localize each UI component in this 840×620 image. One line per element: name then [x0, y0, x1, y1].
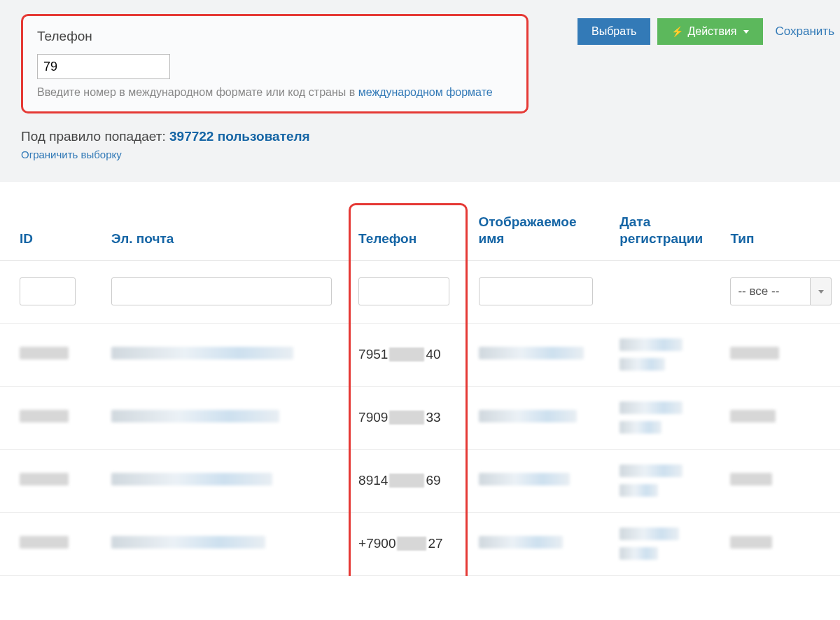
phone-filter-label: Телефон: [37, 29, 512, 44]
blurred-segment: [389, 474, 424, 488]
table-row: 7951 40: [0, 323, 840, 386]
phone-prefix: 8914: [358, 473, 388, 488]
blurred-cell: [479, 347, 584, 359]
blurred-cell: [620, 528, 704, 560]
actions-dropdown-button[interactable]: ⚡ Действия: [657, 18, 762, 45]
phone-cell: 7951 40: [358, 347, 451, 362]
phone-cell: 7909 33: [358, 410, 451, 425]
chevron-down-icon: [818, 290, 824, 294]
blurred-cell: [111, 536, 265, 549]
select-button[interactable]: Выбрать: [578, 18, 650, 45]
blurred-segment: [389, 411, 424, 425]
blurred-cell: [20, 347, 69, 359]
phone-cell: 8914 69: [358, 473, 451, 488]
filter-email-input[interactable]: [111, 277, 332, 305]
filter-type-select[interactable]: -- все --: [730, 277, 832, 305]
filter-id-input[interactable]: [20, 277, 76, 305]
phone-filter-hint: Введите номер в международном формате ил…: [37, 86, 512, 99]
filter-type-toggle[interactable]: [811, 277, 832, 305]
blurred-cell: [730, 347, 779, 359]
limit-selection-link[interactable]: Ограничить выборку: [21, 149, 122, 160]
rule-match-summary: Под правило попадает: 397722 пользовател…: [21, 129, 819, 144]
phone-prefix: 7951: [358, 347, 388, 362]
actions-label: Действия: [687, 25, 736, 38]
th-phone[interactable]: Телефон: [339, 196, 458, 260]
blurred-cell: [730, 473, 772, 485]
phone-cell: +7900 27: [358, 536, 451, 551]
blurred-cell: [620, 338, 704, 371]
blurred-cell: [620, 464, 704, 497]
users-table: ID Эл. почта Телефон Отображаемое имя Да…: [0, 196, 840, 576]
chevron-down-icon: [743, 30, 749, 34]
table-row: +7900 27: [0, 512, 840, 575]
phone-filter-input[interactable]: [37, 54, 170, 79]
phone-suffix: 40: [426, 347, 440, 362]
blurred-cell: [730, 536, 772, 549]
blurred-cell: [111, 347, 293, 359]
save-link[interactable]: Сохранить: [770, 18, 840, 46]
filter-name-input[interactable]: [479, 277, 594, 305]
phone-prefix: +7900: [358, 536, 396, 551]
filter-phone-input[interactable]: [358, 277, 449, 305]
blurred-segment: [397, 537, 426, 551]
table-row: 7909 33: [0, 386, 840, 449]
blurred-cell: [111, 473, 272, 485]
filter-row: -- все --: [0, 260, 840, 323]
intl-format-link[interactable]: международном формате: [358, 86, 493, 98]
th-type[interactable]: Тип: [710, 196, 840, 260]
bolt-icon: ⚡: [671, 26, 683, 37]
blurred-cell: [20, 410, 69, 422]
phone-hint-text: Введите номер в международном формате ил…: [37, 86, 358, 98]
table-row: 8914 69: [0, 449, 840, 512]
rule-match-prefix: Под правило попадает:: [21, 129, 169, 144]
blurred-cell: [730, 410, 776, 422]
blurred-cell: [479, 536, 563, 549]
phone-filter-panel: Телефон Введите номер в международном фо…: [21, 14, 528, 113]
phone-suffix: 69: [426, 473, 440, 488]
phone-prefix: 7909: [358, 410, 388, 425]
blurred-cell: [20, 473, 69, 485]
blurred-cell: [111, 410, 279, 422]
blurred-cell: [479, 473, 570, 485]
blurred-cell: [20, 536, 69, 549]
th-reg-date[interactable]: Дата регистрации: [600, 196, 710, 260]
blurred-segment: [389, 347, 424, 361]
th-display-name[interactable]: Отображаемое имя: [459, 196, 601, 260]
blurred-cell: [620, 401, 704, 434]
filter-type-value: -- все --: [738, 284, 779, 298]
th-email[interactable]: Эл. почта: [92, 196, 339, 260]
phone-suffix: 33: [426, 410, 440, 425]
th-id[interactable]: ID: [0, 196, 92, 260]
rule-match-count: 397722 пользователя: [169, 129, 310, 144]
phone-suffix: 27: [428, 536, 442, 551]
blurred-cell: [479, 410, 577, 422]
